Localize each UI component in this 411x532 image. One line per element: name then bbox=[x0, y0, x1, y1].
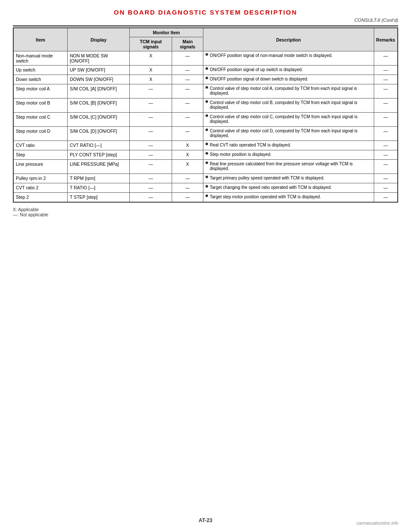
cell-remarks: — bbox=[374, 174, 398, 183]
table-row: Step motor coil DS/M COIL [D] [ON/OFF]——… bbox=[13, 127, 398, 141]
cell-description: Target changing the speed ratio operated… bbox=[203, 183, 374, 193]
cell-tcm: X bbox=[130, 51, 172, 66]
col-header-tcm: TCM input signals bbox=[130, 37, 172, 51]
table-row: Up switchUP SW [ON/OFF]X—ON/OFF position… bbox=[13, 66, 398, 75]
table-row: CVT ratio 2T RATIO [—]——Target changing … bbox=[13, 183, 398, 193]
col-header-display: Display bbox=[68, 28, 130, 51]
cell-description: Target primary pulley speed operated wit… bbox=[203, 174, 374, 183]
cell-display: LINE PRESSURE [MPa] bbox=[68, 160, 130, 174]
cell-main: — bbox=[172, 113, 203, 127]
cell-main: — bbox=[172, 127, 203, 141]
cell-display: T STEP [step] bbox=[68, 193, 130, 203]
cell-tcm: X bbox=[130, 66, 172, 75]
table-row: Step 2T STEP [step]——Target step motor p… bbox=[13, 193, 398, 203]
cell-item: Step 2 bbox=[13, 193, 68, 203]
col-header-monitor: Monitor Item bbox=[130, 28, 203, 37]
cell-remarks: — bbox=[374, 150, 398, 160]
cell-tcm: — bbox=[130, 84, 172, 99]
cell-display: T RPM [rpm] bbox=[68, 174, 130, 183]
cell-description: Step motor position is displayed. bbox=[203, 150, 374, 160]
cell-tcm: — bbox=[130, 193, 172, 203]
cell-display: S/M COIL [C] [ON/OFF] bbox=[68, 113, 130, 127]
cell-item: Non-manual mode switch bbox=[13, 51, 68, 66]
cell-item: Up switch bbox=[13, 66, 68, 75]
cell-main: — bbox=[172, 99, 203, 113]
cell-display: PLY CONT STEP [step] bbox=[68, 150, 130, 160]
cell-display: T RATIO [—] bbox=[68, 183, 130, 193]
cell-tcm: — bbox=[130, 99, 172, 113]
cell-main: — bbox=[172, 84, 203, 99]
cell-item: CVT ratio 2 bbox=[13, 183, 68, 193]
cell-tcm: — bbox=[130, 183, 172, 193]
col-header-main: Main signals bbox=[172, 37, 203, 51]
cell-remarks: — bbox=[374, 51, 398, 66]
page-title: ON BOARD DIAGNOSTIC SYSTEM DESCRIPTION bbox=[13, 9, 398, 16]
cell-item: Step motor coil A bbox=[13, 84, 68, 99]
diagnostic-table: Item Display Monitor Item Description Re… bbox=[13, 27, 398, 203]
cell-remarks: — bbox=[374, 141, 398, 150]
cell-description: ON/OFF position signal of down switch is… bbox=[203, 75, 374, 84]
footnotes: X: Applicable —: Not applicable bbox=[13, 207, 398, 217]
cell-display: CVT RATIO [—] bbox=[68, 141, 130, 150]
cell-tcm: — bbox=[130, 127, 172, 141]
cell-display: S/M COIL [B] [ON/OFF] bbox=[68, 99, 130, 113]
cell-item: Down switch bbox=[13, 75, 68, 84]
cell-description: Control valve of step motor coil C, comp… bbox=[203, 113, 374, 127]
table-row: Step motor coil BS/M COIL [B] [ON/OFF]——… bbox=[13, 99, 398, 113]
cell-item: Step bbox=[13, 150, 68, 160]
cell-description: ON/OFF position signal of up switch is d… bbox=[203, 66, 374, 75]
cell-display: NON M MODE SW [ON/OFF] bbox=[68, 51, 130, 66]
cell-description: Control valve of step motor coil D, comp… bbox=[203, 127, 374, 141]
table-row: Line pressureLINE PRESSURE [MPa]—XReal l… bbox=[13, 160, 398, 174]
cell-description: Real line pressure calculated from line … bbox=[203, 160, 374, 174]
table-row: Step motor coil CS/M COIL [C] [ON/OFF]——… bbox=[13, 113, 398, 127]
cell-main: — bbox=[172, 51, 203, 66]
cell-tcm: — bbox=[130, 141, 172, 150]
cell-description: ON/OFF position signal of non-manual mod… bbox=[203, 51, 374, 66]
cell-main: — bbox=[172, 75, 203, 84]
cell-remarks: — bbox=[374, 75, 398, 84]
cell-description: Control valve of step motor coil A, comp… bbox=[203, 84, 374, 99]
col-header-item: Item bbox=[13, 28, 68, 51]
cell-remarks: — bbox=[374, 160, 398, 174]
cell-description: Real CVT ratio operated TCM is displayed… bbox=[203, 141, 374, 150]
cell-remarks: — bbox=[374, 99, 398, 113]
cell-remarks: — bbox=[374, 193, 398, 203]
cell-item: Step motor coil B bbox=[13, 99, 68, 113]
cell-tcm: — bbox=[130, 174, 172, 183]
table-row: Down switchDOWN SW [ON/OFF]X—ON/OFF posi… bbox=[13, 75, 398, 84]
footnote-1: X: Applicable bbox=[13, 207, 398, 212]
table-row: Step motor coil AS/M COIL [A] [ON/OFF]——… bbox=[13, 84, 398, 99]
cell-tcm: — bbox=[130, 150, 172, 160]
cell-tcm: X bbox=[130, 75, 172, 84]
cell-main: — bbox=[172, 66, 203, 75]
cell-description: Control valve of step motor coil B, comp… bbox=[203, 99, 374, 113]
cell-tcm: — bbox=[130, 160, 172, 174]
col-header-remarks: Remarks bbox=[374, 28, 398, 51]
cell-item: CVT ratio bbox=[13, 141, 68, 150]
cell-display: UP SW [ON/OFF] bbox=[68, 66, 130, 75]
footnote-2: —: Not applicable bbox=[13, 212, 398, 217]
cell-item: Pulley rpm-in 2 bbox=[13, 174, 68, 183]
cell-item: Step motor coil D bbox=[13, 127, 68, 141]
cell-main: — bbox=[172, 193, 203, 203]
cell-display: S/M COIL [D] [ON/OFF] bbox=[68, 127, 130, 141]
cell-remarks: — bbox=[374, 183, 398, 193]
cell-display: S/M COIL [A] [ON/OFF] bbox=[68, 84, 130, 99]
table-row: CVT ratioCVT RATIO [—]—XReal CVT ratio o… bbox=[13, 141, 398, 150]
cell-main: X bbox=[172, 160, 203, 174]
subtitle: CONSULT-II (Cont'd) bbox=[13, 18, 398, 23]
cell-item: Line pressure bbox=[13, 160, 68, 174]
cell-display: DOWN SW [ON/OFF] bbox=[68, 75, 130, 84]
cell-tcm: — bbox=[130, 113, 172, 127]
cell-description: Target step motor position operated with… bbox=[203, 193, 374, 203]
cell-remarks: — bbox=[374, 66, 398, 75]
table-row: Pulley rpm-in 2T RPM [rpm]——Target prima… bbox=[13, 174, 398, 183]
table-row: Non-manual mode switchNON M MODE SW [ON/… bbox=[13, 51, 398, 66]
cell-main: X bbox=[172, 141, 203, 150]
cell-item: Step motor coil C bbox=[13, 113, 68, 127]
cell-remarks: — bbox=[374, 127, 398, 141]
watermark: carmanualsonline.info bbox=[357, 521, 398, 526]
table-row: StepPLY CONT STEP [step]—XStep motor pos… bbox=[13, 150, 398, 160]
cell-main: — bbox=[172, 174, 203, 183]
